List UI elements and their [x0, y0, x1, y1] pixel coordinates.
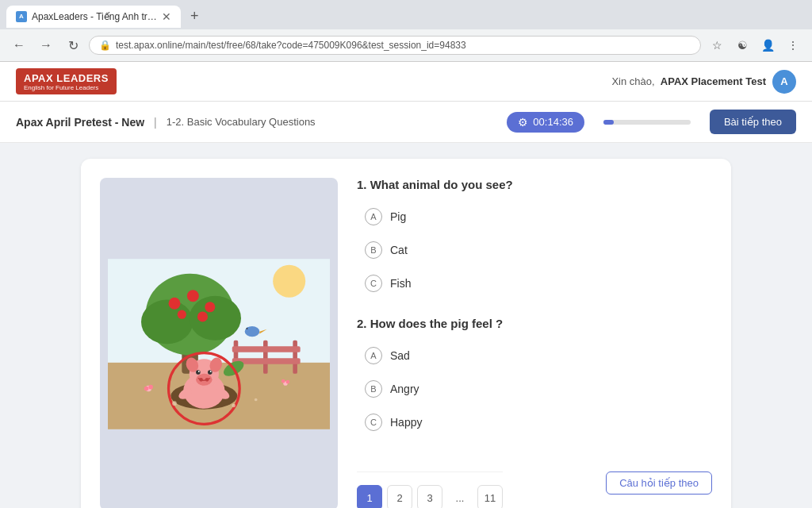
- greeting-text: Xin chào, APAX Placement Test: [611, 75, 766, 87]
- svg-point-12: [169, 298, 181, 310]
- lock-icon: 🔒: [99, 40, 111, 51]
- page-1-button[interactable]: 1: [357, 485, 382, 508]
- logo-text: APAX LEADERS: [24, 72, 109, 84]
- extension-icon[interactable]: ☯: [731, 34, 753, 56]
- new-tab-button[interactable]: +: [182, 3, 207, 29]
- question-2-option-b[interactable]: B Angry: [357, 375, 712, 403]
- question-1-option-c[interactable]: C Fish: [357, 269, 712, 298]
- svg-rect-4: [263, 341, 268, 374]
- breadcrumb-separator: |: [154, 116, 157, 129]
- reload-button[interactable]: ↻: [62, 34, 84, 56]
- tab-label: ApaxLeaders - Tiếng Anh trẻ e: [32, 11, 157, 22]
- svg-point-13: [187, 290, 199, 302]
- svg-point-30: [196, 370, 201, 375]
- url-text: test.apax.online/main/test/free/68/take?…: [116, 40, 466, 51]
- forward-button[interactable]: →: [35, 34, 57, 56]
- breadcrumb-section: 1-2. Basic Vocabulary Questions: [167, 116, 316, 128]
- q2-option-a-text: Sad: [390, 349, 410, 362]
- scene-image: [108, 186, 330, 502]
- question-2: 2. How does the pig feel ? A Sad B Angry…: [357, 317, 712, 437]
- browser-nav-bar: ← → ↻ 🔒 test.apax.online/main/test/free/…: [0, 29, 812, 62]
- option-c-text: Fish: [390, 277, 411, 290]
- option-b-letter: B: [365, 241, 382, 259]
- pagination: 1 2 3 ... 11: [357, 471, 503, 508]
- pagination-row: 1 2 3 ... 11 Câu hỏi tiếp theo: [357, 456, 712, 508]
- question-1-option-a[interactable]: A Pig: [357, 202, 712, 231]
- settings-icon[interactable]: ⋮: [782, 34, 804, 56]
- svg-point-15: [178, 310, 186, 319]
- q2-option-c-letter: C: [365, 414, 382, 431]
- tab-close-icon[interactable]: ✕: [162, 10, 171, 23]
- q2-option-c-text: Happy: [390, 416, 422, 429]
- svg-rect-6: [232, 346, 301, 352]
- svg-point-43: [172, 401, 177, 406]
- main-content: 1. What animal do you see? A Pig B Cat C…: [0, 143, 812, 508]
- timer-icon: ⚙: [518, 116, 528, 129]
- svg-point-27: [196, 374, 213, 386]
- avatar[interactable]: A: [772, 70, 796, 94]
- profile-icon[interactable]: 👤: [756, 34, 779, 56]
- logo-sub: English for Future Leaders: [24, 84, 109, 91]
- page-11-button[interactable]: 11: [477, 485, 503, 508]
- svg-point-41: [282, 379, 285, 383]
- svg-point-10: [141, 300, 193, 344]
- option-c-letter: C: [365, 275, 382, 292]
- option-b-text: Cat: [390, 244, 408, 256]
- user-name: APAX Placement Test: [661, 75, 766, 87]
- question-2-title: 2. How does the pig feel ?: [357, 317, 712, 330]
- question-1: 1. What animal do you see? A Pig B Cat C…: [357, 178, 712, 298]
- questions-panel: 1. What animal do you see? A Pig B Cat C…: [357, 178, 712, 508]
- question-2-option-c[interactable]: C Happy: [357, 408, 712, 437]
- question-2-number: 2.: [357, 317, 370, 330]
- svg-rect-5: [293, 341, 297, 374]
- browser-chrome: A ApaxLeaders - Tiếng Anh trẻ e ✕ + ← → …: [0, 0, 812, 62]
- question-2-option-a[interactable]: A Sad: [357, 341, 712, 370]
- timer-box: ⚙ 00:14:36: [507, 112, 584, 133]
- svg-point-31: [208, 370, 213, 375]
- q2-option-a-letter: A: [365, 347, 382, 364]
- option-a-text: Pig: [390, 210, 406, 223]
- image-panel: [100, 178, 338, 508]
- breadcrumb-bar: Apax April Pretest - New | 1-2. Basic Vo…: [0, 102, 812, 143]
- browser-tabs: A ApaxLeaders - Tiếng Anh trẻ e ✕ +: [0, 0, 812, 29]
- svg-point-14: [205, 302, 215, 312]
- next-question-button[interactable]: Câu hỏi tiếp theo: [606, 471, 712, 495]
- svg-point-21: [247, 328, 248, 329]
- q2-option-b-text: Angry: [390, 383, 419, 395]
- tab-favicon: A: [16, 11, 27, 22]
- address-bar[interactable]: 🔒 test.apax.online/main/test/free/68/tak…: [89, 36, 701, 55]
- timer-value: 00:14:36: [533, 116, 573, 128]
- question-1-text: What animal do you see?: [370, 178, 513, 191]
- svg-point-45: [255, 398, 258, 402]
- quiz-card: 1. What animal do you see? A Pig B Cat C…: [81, 159, 731, 508]
- option-a-letter: A: [365, 208, 382, 225]
- page-2-button[interactable]: 2: [387, 485, 412, 508]
- logo: APAX LEADERS English for Future Leaders: [16, 68, 117, 94]
- svg-point-39: [148, 385, 153, 390]
- question-2-text: How does the pig feel ?: [370, 317, 504, 330]
- question-1-number: 1.: [357, 178, 370, 191]
- svg-point-38: [144, 387, 149, 391]
- breadcrumb-title: Apax April Pretest - New: [16, 116, 144, 129]
- svg-point-1: [273, 265, 305, 298]
- app-header: APAX LEADERS English for Future Leaders …: [0, 62, 812, 102]
- question-1-option-b[interactable]: B Cat: [357, 236, 712, 264]
- next-section-button[interactable]: Bài tiếp theo: [710, 110, 796, 134]
- svg-point-16: [197, 311, 208, 321]
- svg-point-32: [198, 371, 200, 372]
- svg-point-33: [210, 371, 212, 372]
- progress-bar: [603, 120, 691, 125]
- q2-option-b-letter: B: [365, 380, 382, 398]
- page-3-button[interactable]: 3: [417, 485, 442, 508]
- svg-point-42: [285, 380, 289, 384]
- question-1-title: 1. What animal do you see?: [357, 178, 712, 191]
- nav-actions: ☆ ☯ 👤 ⋮: [706, 34, 804, 56]
- bookmark-icon[interactable]: ☆: [706, 34, 728, 56]
- svg-point-20: [247, 327, 251, 332]
- svg-point-44: [232, 404, 236, 408]
- progress-bar-fill: [603, 120, 614, 125]
- page-dots: ...: [447, 485, 473, 508]
- back-button[interactable]: ←: [8, 34, 30, 56]
- svg-point-11: [190, 296, 241, 341]
- active-tab[interactable]: A ApaxLeaders - Tiếng Anh trẻ e ✕: [6, 6, 181, 28]
